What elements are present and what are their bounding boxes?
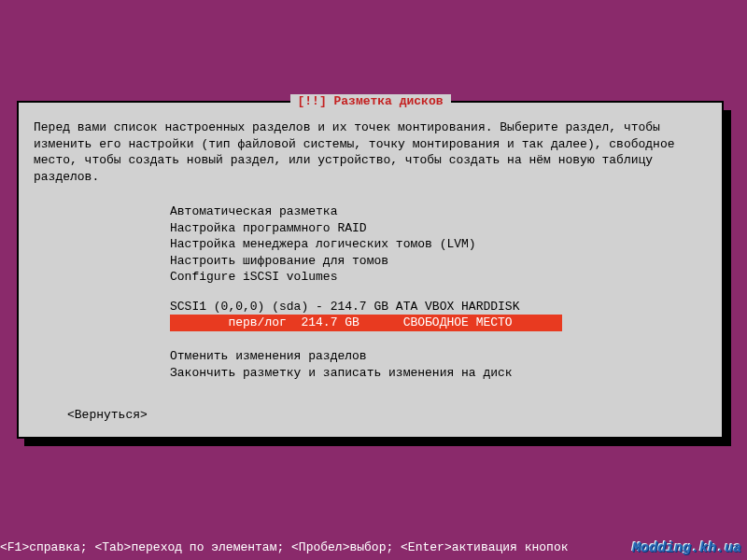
action-finish[interactable]: Закончить разметку и записать изменения … [170, 365, 707, 382]
back-button[interactable]: <Вернуться> [67, 407, 707, 424]
dialog-content: Перед вами список настроенных разделов и… [19, 103, 722, 439]
dialog-title: [!!] Разметка дисков [289, 94, 450, 108]
menu-lvm[interactable]: Настройка менеджера логических томов (LV… [170, 236, 707, 253]
menu-auto-partition[interactable]: Автоматическая разметка [170, 203, 707, 220]
free-space-row[interactable]: перв/лог 214.7 GB СВОБОДНОЕ МЕСТО [170, 315, 562, 331]
action-section: Отменить изменения разделов Закончить ра… [170, 348, 707, 381]
intro-text: Перед вами список настроенных разделов и… [34, 119, 707, 185]
menu-raid[interactable]: Настройка программного RAID [170, 220, 707, 237]
partition-dialog: [!!] Разметка дисков Перед вами список н… [17, 101, 724, 439]
watermark: Modding.kh.ua [632, 540, 741, 556]
menu-section: Автоматическая разметка Настройка програ… [170, 203, 707, 286]
action-undo[interactable]: Отменить изменения разделов [170, 348, 707, 365]
menu-iscsi[interactable]: Configure iSCSI volumes [170, 269, 707, 286]
menu-encrypt[interactable]: Настроить шифрование для томов [170, 253, 707, 270]
help-bar: <F1>справка; <Tab>переход по элементам; … [0, 540, 569, 554]
disk-header[interactable]: SCSI1 (0,0,0) (sda) - 214.7 GB ATA VBOX … [170, 299, 707, 315]
